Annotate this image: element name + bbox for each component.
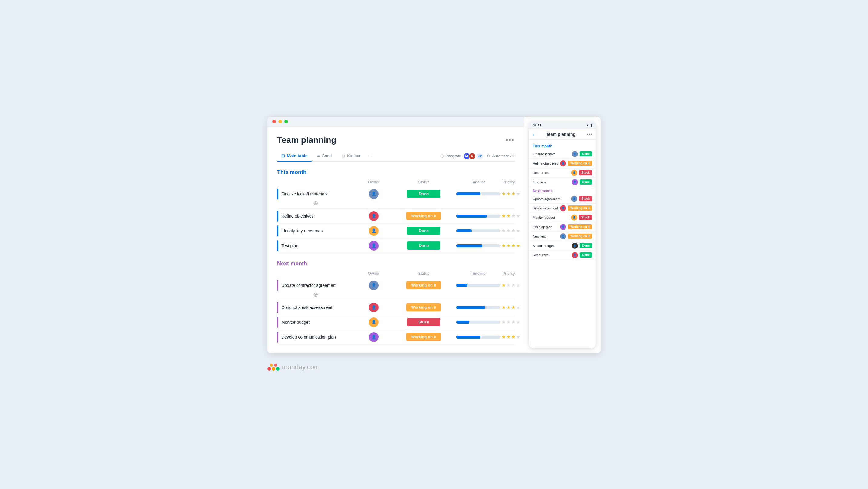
- svg-point-1: [272, 367, 275, 371]
- timeline-bar-fill: [457, 215, 487, 218]
- owner-avatar: 👤: [369, 303, 379, 312]
- svg-point-0: [268, 367, 271, 371]
- mobile-status-pill[interactable]: Working on it: [568, 224, 592, 229]
- mobile-avatar: 👤: [572, 151, 578, 157]
- col-owner-header: Owner: [354, 180, 394, 184]
- mobile-more-button[interactable]: •••: [587, 132, 592, 137]
- mobile-task-name: Kickoff budget: [533, 244, 570, 248]
- logo-area: monday.com: [268, 359, 600, 372]
- star-5: ★: [516, 304, 520, 310]
- row-border-indicator: [277, 240, 278, 251]
- add-tab-button[interactable]: +: [367, 151, 375, 161]
- next-month-rows: Update contractor agreement 👤 Working on…: [277, 278, 515, 345]
- row-owner-cell: 👤: [354, 303, 394, 312]
- table-row: Identify key resources 👤 Done: [277, 224, 515, 238]
- browser-chrome: [268, 117, 524, 127]
- star-5: ★: [516, 228, 520, 234]
- status-cell[interactable]: Stuck: [394, 318, 454, 326]
- star-2: ★: [501, 191, 506, 197]
- status-pill[interactable]: Done: [407, 227, 440, 235]
- mobile-status-pill[interactable]: Done: [580, 252, 592, 258]
- row-border-indicator: [277, 210, 278, 222]
- mobile-task-name: Resources: [533, 253, 570, 257]
- row-border-indicator: [277, 317, 278, 328]
- row-owner-cell: 👤: [354, 226, 394, 236]
- browser-window: Team planning ••• ⊞ Main table ≡ Gantt ⊟: [268, 117, 600, 353]
- table-row: Monitor budget 👤 Stuck: [277, 315, 515, 330]
- mobile-status-pill[interactable]: Done: [580, 180, 592, 185]
- dot-red[interactable]: [272, 120, 276, 124]
- timeline-bar-bg: [457, 284, 500, 287]
- status-pill[interactable]: Done: [407, 190, 440, 198]
- timeline-bar-fill: [457, 192, 480, 195]
- list-item: Refine objectives 👤 Working on it: [529, 159, 596, 168]
- wifi-icon: ▲: [586, 124, 589, 127]
- svg-point-4: [274, 364, 277, 367]
- star-4: ★: [511, 228, 516, 234]
- timeline-bar-fill: [457, 335, 480, 338]
- mobile-this-month-title: This month: [529, 142, 596, 150]
- status-cell[interactable]: Working on it: [394, 212, 454, 220]
- tab-gantt[interactable]: ≡ Gantt: [313, 151, 336, 162]
- owner-avatar: 👤: [369, 318, 379, 327]
- star-3: ★: [506, 334, 510, 340]
- tab-kanban[interactable]: ⊟ Kanban: [337, 151, 366, 162]
- mobile-time: 09:41: [533, 124, 541, 127]
- list-item: Test plan 👤 Done: [529, 177, 596, 187]
- dot-green[interactable]: [284, 120, 288, 124]
- mobile-status-pill[interactable]: Working on it: [568, 205, 592, 210]
- row-border-indicator: [277, 189, 278, 199]
- mobile-status-pill[interactable]: Done: [580, 151, 592, 157]
- star-3: ★: [506, 191, 510, 197]
- mobile-status-pill[interactable]: Done: [580, 243, 592, 248]
- star-5: ★: [516, 334, 520, 340]
- mobile-avatar: 👤: [572, 252, 578, 258]
- status-cell[interactable]: Done: [394, 190, 454, 198]
- mobile-status-pill[interactable]: Working on it: [568, 161, 592, 166]
- mobile-status-pill[interactable]: Stuck: [579, 215, 592, 220]
- mobile-avatar: 👤: [571, 196, 577, 202]
- add-col-cell: ⊕: [277, 199, 354, 207]
- mobile-status-pill[interactable]: Stuck: [579, 170, 592, 175]
- mobile-body: This month Finalize kickoff 👤 Done Refin…: [529, 140, 596, 348]
- star-4: ★: [511, 304, 516, 310]
- mobile-status-pill[interactable]: Working on it: [568, 234, 592, 239]
- priority-cell: ★ ★ ★ ★ ★: [502, 243, 515, 249]
- list-item: New test 👤 Working on it: [529, 232, 596, 241]
- mobile-task-name: Test plan: [533, 181, 570, 184]
- status-pill[interactable]: Stuck: [407, 318, 440, 326]
- tab-main-table[interactable]: ⊞ Main table: [277, 151, 312, 162]
- timeline-bar-bg: [457, 215, 500, 218]
- mobile-avatar: 👤: [560, 160, 566, 166]
- status-pill[interactable]: Working on it: [406, 303, 441, 312]
- row-border-indicator: [277, 225, 278, 236]
- priority-cell: ★ ★ ★ ★ ★: [502, 319, 515, 325]
- star-3: ★: [506, 243, 510, 249]
- status-cell[interactable]: Done: [394, 241, 454, 250]
- status-pill[interactable]: Working on it: [406, 281, 441, 289]
- row-owner-cell: 👤: [354, 241, 394, 251]
- integrate-button[interactable]: ⬡ Integrate M G +2: [440, 153, 483, 160]
- automate-button[interactable]: ⚙ Automate / 2: [487, 154, 515, 158]
- avatar-plus-badge: +2: [476, 154, 484, 159]
- star-3: ★: [506, 282, 510, 288]
- status-cell[interactable]: Working on it: [394, 303, 454, 312]
- status-pill[interactable]: Done: [407, 241, 440, 250]
- svg-point-2: [276, 367, 280, 371]
- status-cell[interactable]: Working on it: [394, 333, 454, 341]
- more-menu-button[interactable]: •••: [506, 136, 515, 144]
- status-cell[interactable]: Done: [394, 227, 454, 235]
- dot-yellow[interactable]: [278, 120, 282, 124]
- priority-cell: ★ ★ ★ ★ ★: [502, 304, 515, 310]
- mobile-task-name: Update agreement: [533, 197, 569, 201]
- status-pill[interactable]: Working on it: [406, 212, 441, 220]
- mobile-status-pill[interactable]: Stuck: [579, 196, 592, 201]
- owner-avatar: 👤: [369, 281, 379, 290]
- status-pill[interactable]: Working on it: [406, 333, 441, 341]
- kanban-icon: ⊟: [342, 154, 345, 158]
- status-cell[interactable]: Working on it: [394, 281, 454, 289]
- star-4: ★: [511, 319, 516, 325]
- star-4: ★: [511, 191, 516, 197]
- automate-icon: ⚙: [487, 154, 490, 158]
- row-border-indicator: [277, 332, 278, 343]
